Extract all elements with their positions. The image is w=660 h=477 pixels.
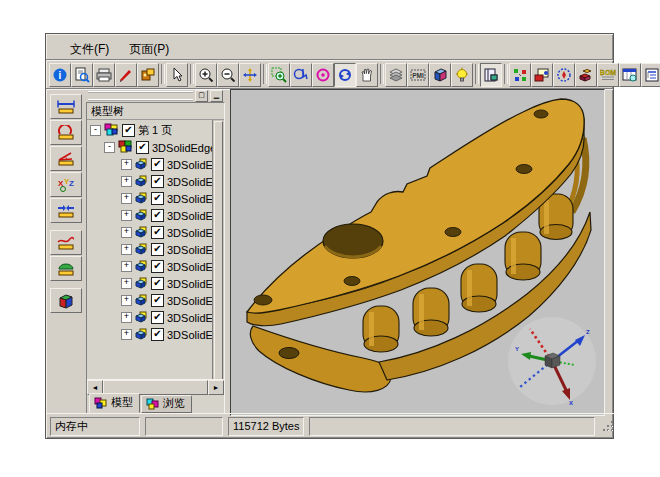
measure-between-button[interactable] (50, 198, 82, 223)
measure-curve-button[interactable] (50, 230, 82, 255)
animation-button[interactable] (531, 63, 553, 87)
tree-row-part[interactable]: + ✔ 3DSolidE. (87, 173, 212, 190)
bom-button[interactable]: BOM (597, 63, 619, 87)
expand-icon[interactable]: + (121, 159, 132, 170)
measure-radius-button[interactable] (50, 120, 82, 145)
tree-row-part[interactable]: + ✔ 3DSolidE. (87, 241, 212, 258)
tree-row-page[interactable]: - ✔ 第 1 页 (87, 122, 212, 139)
measure-volume-button[interactable] (50, 288, 82, 313)
tree-horizontal-scrollbar[interactable]: ◄ ► (87, 379, 224, 394)
expand-icon[interactable]: + (121, 261, 132, 272)
tree-label[interactable]: 3DSolidE. (167, 193, 212, 205)
menu-file[interactable]: 文件(F) (62, 39, 117, 60)
tree-row-part[interactable]: + ✔ 3DSolidE. (87, 190, 212, 207)
measure-distance-button[interactable] (50, 94, 82, 119)
measure-angle-button[interactable] (50, 146, 82, 171)
expand-icon[interactable]: + (121, 329, 132, 340)
spin-button[interactable] (334, 63, 356, 87)
visibility-checkbox[interactable]: ✔ (151, 226, 164, 239)
visibility-checkbox[interactable]: ✔ (122, 124, 135, 137)
measure-xyz-button[interactable]: XYZ (50, 172, 82, 197)
tree-row-assembly[interactable]: - ✔ 3DSolidEdge. (87, 139, 212, 156)
tab-browse[interactable]: 浏览 (141, 395, 192, 413)
panel-grip-handle[interactable] (88, 91, 193, 101)
light-button[interactable] (451, 63, 473, 87)
visibility-checkbox[interactable]: ✔ (151, 311, 164, 324)
tree-row-part[interactable]: + ✔ 3DSolidE. (87, 292, 212, 309)
visibility-checkbox[interactable]: ✔ (151, 175, 164, 188)
tree-label[interactable]: 3DSolidEdge. (152, 142, 212, 154)
expand-icon[interactable]: + (121, 176, 132, 187)
tab-model[interactable]: 模型 (89, 393, 140, 413)
select-cursor-button[interactable] (166, 63, 188, 87)
zoom-in-button[interactable] (195, 63, 217, 87)
tree-vertical-scrollbar[interactable] (212, 120, 224, 379)
markup-pen-button[interactable] (115, 63, 137, 87)
pan-cross-button[interactable] (239, 63, 261, 87)
tree-label[interactable]: 3DSolidE. (167, 312, 212, 324)
axis-trackball[interactable]: Z X Y (507, 316, 597, 406)
expand-icon[interactable]: + (121, 295, 132, 306)
tree-label[interactable]: 3DSolidE. (167, 210, 212, 222)
parts-stack-button[interactable] (575, 63, 597, 87)
tree-label[interactable]: 3DSolidE. (167, 227, 212, 239)
print-button[interactable] (93, 63, 115, 87)
tree-label[interactable]: 3DSolidE. (167, 329, 212, 341)
expand-icon[interactable]: + (121, 278, 132, 289)
expand-icon[interactable]: + (121, 312, 132, 323)
tree-row-part[interactable]: + ✔ 3DSolidE. (87, 156, 212, 173)
tree-view-button[interactable] (641, 63, 660, 87)
update-rotate-button[interactable] (553, 63, 575, 87)
tree-row-part[interactable]: + ✔ 3DSolidE. (87, 258, 212, 275)
tree-label[interactable]: 3DSolidE. (167, 159, 212, 171)
expand-icon[interactable]: + (121, 193, 132, 204)
tree-row-part[interactable]: + ✔ 3DSolidE. (87, 309, 212, 326)
tree-label[interactable]: 3DSolidE. (167, 176, 212, 188)
info-button[interactable]: i (49, 63, 71, 87)
viewport-3d[interactable]: Z X Y (230, 89, 605, 416)
panel-hide-button[interactable]: ▁ (210, 90, 223, 102)
stamp-keys-button[interactable] (137, 63, 159, 87)
expand-icon[interactable]: + (121, 210, 132, 221)
collapse-icon[interactable]: - (90, 125, 101, 136)
scroll-right-arrow[interactable]: ► (208, 380, 224, 395)
expand-icon[interactable]: + (121, 227, 132, 238)
visibility-checkbox[interactable]: ✔ (151, 158, 164, 171)
tree-row-part[interactable]: + ✔ 3DSolidE. (87, 275, 212, 292)
panel-float-button[interactable]: ▢ (195, 90, 208, 102)
menu-page[interactable]: 页面(P) (121, 39, 177, 60)
layers-button[interactable] (385, 63, 407, 87)
pmi-button[interactable]: PMI (407, 63, 429, 87)
tree-label[interactable]: 3DSolidE. (167, 295, 212, 307)
orbit-button[interactable] (312, 63, 334, 87)
tree-label[interactable]: 3DSolidE. (167, 244, 212, 256)
open-file-button[interactable] (71, 63, 93, 87)
visibility-checkbox[interactable]: ✔ (151, 328, 164, 341)
pan-hand-button[interactable] (356, 63, 378, 87)
zoom-out-button[interactable] (217, 63, 239, 87)
tree-row-part[interactable]: + ✔ 3DSolidE. (87, 224, 212, 241)
panel-header[interactable]: ▢ ▁ (86, 89, 225, 102)
visibility-checkbox[interactable]: ✔ (151, 243, 164, 256)
visibility-checkbox[interactable]: ✔ (151, 192, 164, 205)
tree-row-part[interactable]: + ✔ 3DSolidE. (87, 326, 212, 343)
visibility-checkbox[interactable]: ✔ (151, 209, 164, 222)
tree-row-part[interactable]: + ✔ 3DSolidE. (87, 207, 212, 224)
scrollbar-thumb[interactable] (214, 121, 223, 379)
model-tree-toggle-button[interactable] (480, 63, 502, 87)
collapse-icon[interactable]: - (104, 142, 115, 153)
visibility-checkbox[interactable]: ✔ (151, 294, 164, 307)
visibility-checkbox[interactable]: ✔ (136, 141, 149, 154)
tree-label[interactable]: 3DSolidE. (167, 278, 212, 290)
measure-area-button[interactable] (50, 256, 82, 281)
visibility-checkbox[interactable]: ✔ (151, 260, 164, 273)
expand-icon[interactable]: + (121, 244, 132, 255)
view-cube-button[interactable] (429, 63, 451, 87)
explode-button[interactable] (509, 63, 531, 87)
tree-label[interactable]: 3DSolidE. (167, 261, 212, 273)
report-table-button[interactable] (619, 63, 641, 87)
zoom-window-button[interactable] (268, 63, 290, 87)
zoom-select-button[interactable] (290, 63, 312, 87)
tree-label[interactable]: 第 1 页 (138, 123, 172, 138)
visibility-checkbox[interactable]: ✔ (151, 277, 164, 290)
